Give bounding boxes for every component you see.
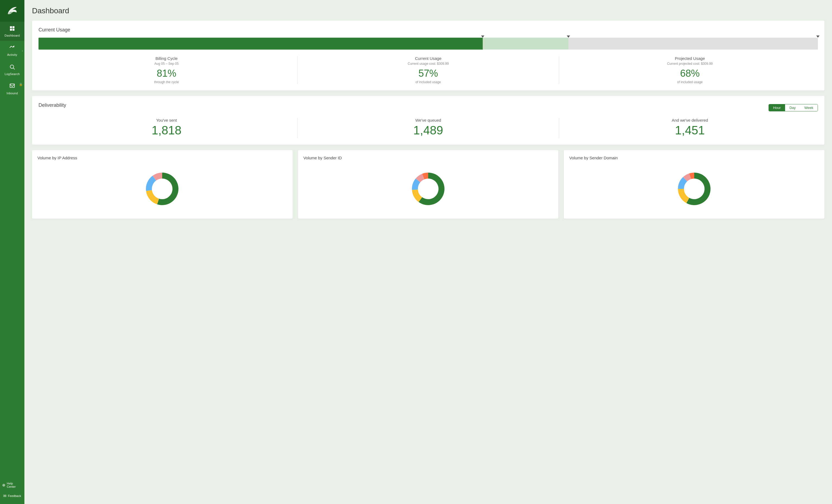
sender-domain-donut-svg [673, 167, 716, 211]
svg-point-5 [10, 65, 14, 68]
help-center-button[interactable]: ⊕ Help Center [0, 479, 24, 491]
logsearch-icon [9, 64, 15, 71]
queued-stat: We've queued 1,489 [300, 118, 556, 138]
time-btn-week[interactable]: Week [800, 104, 817, 111]
projected-usage-value: 68% [562, 68, 818, 79]
svg-rect-3 [12, 29, 15, 31]
billing-cycle-label: Billing Cycle [38, 56, 294, 61]
usage-stats-row: Billing Cycle Aug 05 – Sep 05 81% throug… [38, 56, 818, 84]
sender-id-chart-title: Volume by Sender ID [304, 156, 553, 160]
delivered-value: 1,451 [562, 123, 818, 137]
current-usage-title: Current Usage [38, 27, 818, 33]
usage-bar-projected [483, 38, 568, 50]
time-btn-day[interactable]: Day [785, 104, 800, 111]
usage-bar-fill [38, 38, 483, 50]
usage-bar-container [38, 38, 818, 50]
time-btn-hour[interactable]: Hour [769, 104, 785, 111]
sender-domain-chart-card: Volume by Sender Domain [564, 150, 825, 219]
time-toggle: Hour Day Week [769, 104, 818, 111]
sidebar-item-inbound[interactable]: Inbound 🔒 [0, 79, 24, 99]
sent-stat: You've sent 1,818 [38, 118, 294, 138]
current-usage-stat-label: Current Usage [300, 56, 556, 61]
queued-label: We've queued [300, 118, 556, 122]
deliverability-title: Deliverability [38, 103, 66, 108]
stat-divider-1 [297, 56, 297, 84]
billing-cycle-date: Aug 05 – Sep 05 [38, 62, 294, 65]
current-usage-stat: Current Usage Current usage cost: $309.9… [300, 56, 556, 84]
projected-usage-label: Projected Usage [562, 56, 818, 61]
ip-address-donut [37, 165, 287, 213]
svg-rect-7 [10, 84, 15, 87]
sent-label: You've sent [38, 118, 294, 122]
svg-marker-4 [13, 46, 15, 48]
sidebar-item-inbound-label: Inbound [6, 91, 18, 95]
delivered-label: And we've delivered [562, 118, 818, 122]
feedback-button[interactable]: ✉ Feedback [0, 491, 24, 501]
queued-value: 1,489 [300, 123, 556, 137]
sent-value: 1,818 [38, 123, 294, 137]
dashboard-icon [9, 26, 15, 33]
page-title: Dashboard [32, 6, 825, 15]
ip-address-chart-title: Volume by IP Address [37, 156, 287, 160]
sidebar-bottom: ⊕ Help Center ✉ Feedback [0, 479, 24, 504]
help-center-label: Help Center [7, 482, 22, 488]
stat-divider-3 [297, 118, 297, 138]
deliverability-stats-row: You've sent 1,818 We've queued 1,489 And… [38, 118, 818, 138]
sender-domain-donut [569, 165, 819, 213]
billing-cycle-desc: through the cycle [38, 80, 294, 84]
usage-bar-track [38, 38, 818, 50]
inbound-lock-icon: 🔒 [19, 83, 23, 86]
inbound-icon [9, 83, 15, 90]
current-usage-card: Current Usage Billing Cycle Aug 05 – Sep… [32, 21, 825, 90]
sender-id-chart-card: Volume by Sender ID [298, 150, 558, 219]
billing-cycle-value: 81% [38, 68, 294, 79]
projected-usage-cost: Current projected cost: $309.99 [562, 62, 818, 65]
activity-arrow-icon: › [22, 49, 23, 52]
sidebar-item-activity-label: Activity [7, 53, 17, 56]
feedback-icon: ✉ [3, 494, 6, 498]
current-usage-cost: Current usage cost: $309.99 [300, 62, 556, 65]
logo [0, 0, 24, 22]
svg-rect-2 [10, 29, 12, 31]
svg-rect-1 [12, 26, 15, 28]
feedback-label: Feedback [8, 494, 21, 498]
sender-id-donut-svg [407, 167, 450, 211]
stat-divider-4 [559, 118, 559, 138]
ip-address-donut-svg [140, 167, 184, 211]
bar-marker-current [481, 35, 484, 38]
sidebar-item-dashboard[interactable]: Dashboard [0, 22, 24, 41]
projected-usage-stat: Projected Usage Current projected cost: … [562, 56, 818, 84]
sender-domain-chart-title: Volume by Sender Domain [569, 156, 819, 160]
sender-id-donut [304, 165, 553, 213]
current-usage-desc: of included usage [300, 80, 556, 84]
sidebar-item-logsearch-label: LogSearch [5, 72, 20, 76]
main-content: Dashboard Current Usage Billing Cycle Au… [24, 0, 832, 504]
ip-address-chart-card: Volume by IP Address [32, 150, 293, 219]
svg-line-6 [13, 68, 15, 69]
deliverability-card: Deliverability Hour Day Week You've sent… [32, 96, 825, 145]
bar-marker-end [816, 35, 820, 38]
projected-usage-desc: of included usage [562, 80, 818, 84]
charts-row: Volume by IP Address Volume by Sender ID… [32, 150, 825, 219]
svg-rect-0 [10, 26, 12, 28]
sidebar: Dashboard Activity › LogSearch Inbound 🔒… [0, 0, 24, 504]
sidebar-item-logsearch[interactable]: LogSearch [0, 60, 24, 79]
sidebar-item-activity[interactable]: Activity › [0, 41, 24, 60]
bar-marker-projected [567, 35, 570, 38]
sidebar-item-dashboard-label: Dashboard [5, 34, 20, 37]
delivered-stat: And we've delivered 1,451 [562, 118, 818, 138]
stat-divider-2 [559, 56, 559, 84]
billing-cycle-stat: Billing Cycle Aug 05 – Sep 05 81% throug… [38, 56, 294, 84]
help-icon: ⊕ [2, 483, 5, 487]
deliverability-header: Deliverability Hour Day Week [38, 103, 818, 113]
current-usage-value: 57% [300, 68, 556, 79]
activity-icon [9, 45, 15, 52]
